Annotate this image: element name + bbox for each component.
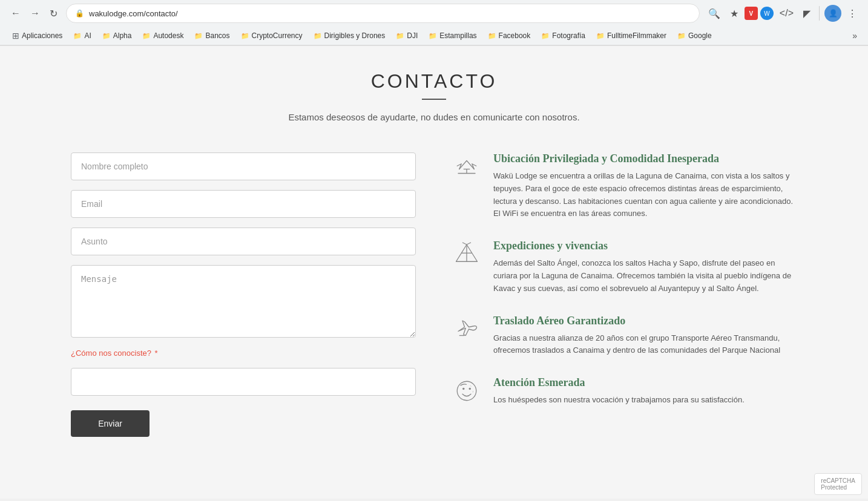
svg-point-10: [462, 388, 465, 390]
bookmark-dji[interactable]: 📁 DJI: [391, 30, 422, 42]
bookmark-fotografia-label: Fotografía: [552, 31, 585, 40]
bookmark-facebook-label: Facebook: [499, 31, 531, 40]
folder-icon: 📁: [396, 32, 404, 40]
bookmark-fulltimefilmmaker[interactable]: 📁 FulltimeFilmmaker: [591, 30, 671, 42]
feature-traslado: Traslado Aéreo Garantizado Gracias a nue…: [452, 315, 797, 358]
extension-code[interactable]: </>: [776, 5, 797, 21]
bookmark-google[interactable]: 📁 Google: [672, 30, 717, 42]
zoom-button[interactable]: 🔍: [705, 5, 724, 22]
bookmark-cryptocurrency[interactable]: 📁 CryptoCurrency: [236, 30, 307, 42]
email-input[interactable]: [71, 190, 416, 218]
plane-location-svg: [454, 154, 479, 180]
browser-toolbar: ← → ↻ 🔒 🔍 ★ V W </> ◤ 👤 ⋮: [0, 0, 868, 27]
lock-icon: 🔒: [75, 9, 84, 18]
feature-traslado-text: Traslado Aéreo Garantizado Gracias a nue…: [493, 315, 797, 358]
svg-line-7: [467, 243, 471, 245]
svg-line-6: [462, 243, 467, 245]
info-section: Ubicación Privilegiada y Comodidad Inesp…: [452, 152, 797, 407]
bookmark-fotografia[interactable]: 📁 Fotografía: [536, 30, 590, 42]
message-textarea[interactable]: [71, 265, 416, 338]
feature-atencion: Atención Esmerada Los huéspedes son nues…: [452, 376, 797, 407]
bookmark-ai[interactable]: 📁 AI: [68, 30, 96, 42]
extensions-button[interactable]: ◤: [800, 5, 814, 22]
feature-traslado-desc: Gracias a nuestra alianza de 20 años con…: [493, 332, 797, 358]
back-button[interactable]: ←: [7, 5, 24, 22]
bookmarks-more-button[interactable]: »: [849, 29, 861, 42]
more-options-button[interactable]: ⋮: [844, 5, 861, 22]
expediciones-icon: [452, 240, 481, 269]
submit-area: Enviar: [71, 405, 416, 437]
how-label-group: ¿Cómo nos conociste? *: [71, 347, 416, 358]
folder-icon: 📁: [429, 32, 437, 40]
browser-chrome: ← → ↻ 🔒 🔍 ★ V W </> ◤ 👤 ⋮ ⊞ Aplicaciones…: [0, 0, 868, 46]
face-svg: [454, 378, 479, 404]
folder-icon: 📁: [142, 32, 151, 40]
how-label: ¿Cómo nos conociste? *: [71, 349, 158, 358]
tent-svg: [454, 241, 479, 267]
bookmark-autodesk[interactable]: 📁 Autodesk: [137, 30, 188, 42]
bookmark-facebook[interactable]: 📁 Facebook: [483, 30, 536, 42]
folder-icon: 📁: [677, 32, 686, 40]
feature-ubicacion-title: Ubicación Privilegiada y Comodidad Inesp…: [493, 152, 797, 165]
bookmark-bancos[interactable]: 📁 Bancos: [189, 30, 234, 42]
reload-button[interactable]: ↻: [46, 5, 61, 22]
extension-blue[interactable]: W: [760, 7, 774, 20]
forward-button[interactable]: →: [27, 5, 44, 22]
bookmarks-bar: ⊞ Aplicaciones 📁 AI 📁 Alpha 📁 Autodesk 📁…: [0, 27, 868, 45]
folder-icon: 📁: [102, 32, 111, 40]
apps-label: Aplicaciones: [22, 31, 62, 40]
profile-avatar[interactable]: 👤: [824, 5, 841, 22]
bookmark-bancos-label: Bancos: [205, 31, 229, 40]
feature-ubicacion: Ubicación Privilegiada y Comodidad Inesp…: [452, 152, 797, 220]
subject-input[interactable]: [71, 228, 416, 255]
bookmark-estampillas-label: Estampillas: [439, 31, 476, 40]
feature-expediciones-title: Expediciones y vivencias: [493, 240, 797, 252]
bookmark-ai-label: AI: [84, 31, 91, 40]
folder-icon: 📁: [314, 32, 322, 40]
folder-icon: 📁: [488, 32, 496, 40]
bookmark-cryptocurrency-label: CryptoCurrency: [252, 31, 303, 40]
feature-atencion-title: Atención Esmerada: [493, 376, 745, 389]
bookmark-fulltimefilmmaker-label: FulltimeFilmmaker: [607, 31, 666, 40]
required-star: *: [155, 349, 158, 358]
feature-ubicacion-text: Ubicación Privilegiada y Comodidad Inesp…: [493, 152, 797, 220]
apps-bookmark[interactable]: ⊞ Aplicaciones: [7, 29, 67, 42]
feature-traslado-title: Traslado Aéreo Garantizado: [493, 315, 797, 327]
recaptcha-badge: reCAPTCHAProtected: [814, 473, 862, 495]
atencion-icon: [452, 376, 481, 405]
how-input[interactable]: [71, 368, 416, 396]
separator: [819, 6, 820, 21]
ubicacion-icon: [452, 152, 481, 182]
folder-icon: 📁: [73, 32, 82, 40]
feature-atencion-desc: Los huéspedes son nuestra vocación y tra…: [493, 394, 745, 407]
grid-icon: ⊞: [12, 31, 19, 41]
page-content: CONTACTO Estamos deseosos de ayudarte, n…: [0, 46, 868, 499]
toolbar-actions: 🔍 ★ V W </> ◤ 👤 ⋮: [705, 5, 861, 22]
bookmark-dirigibles-label: Dirigibles y Drones: [324, 31, 386, 40]
nav-buttons: ← → ↻: [7, 5, 61, 22]
folder-icon: 📁: [241, 32, 249, 40]
address-bar[interactable]: 🔒: [66, 4, 700, 23]
extension-red[interactable]: V: [745, 7, 758, 20]
bookmark-estampillas[interactable]: 📁 Estampillas: [424, 30, 481, 42]
bookmark-alpha[interactable]: 📁 Alpha: [97, 30, 137, 42]
bookmark-dirigibles[interactable]: 📁 Dirigibles y Drones: [309, 30, 390, 42]
bookmark-autodesk-label: Autodesk: [153, 31, 183, 40]
svg-point-11: [469, 388, 472, 390]
feature-expediciones: Expediciones y vivencias Además del Salt…: [452, 240, 797, 295]
traslado-icon: [452, 315, 481, 344]
form-section: ¿Cómo nos conociste? * Enviar: [71, 152, 416, 437]
page-subtitle: Estamos deseosos de ayudarte, no dudes e…: [71, 112, 797, 122]
feature-atencion-text: Atención Esmerada Los huéspedes son nues…: [493, 376, 745, 407]
contacto-section: CONTACTO Estamos deseosos de ayudarte, n…: [71, 70, 797, 437]
folder-icon: 📁: [194, 32, 203, 40]
bookmark-google-label: Google: [688, 31, 712, 40]
page-title: CONTACTO: [71, 70, 797, 93]
bookmark-button[interactable]: ★: [726, 5, 742, 22]
url-input[interactable]: [89, 9, 691, 18]
submit-button[interactable]: Enviar: [71, 410, 150, 437]
content-grid: ¿Cómo nos conociste? * Enviar: [71, 152, 797, 437]
feature-expediciones-desc: Además del Salto Ángel, conozca los salt…: [493, 257, 797, 295]
feature-ubicacion-desc: Wakü Lodge se encuentra a orillas de la …: [493, 170, 797, 220]
name-input[interactable]: [71, 152, 416, 180]
